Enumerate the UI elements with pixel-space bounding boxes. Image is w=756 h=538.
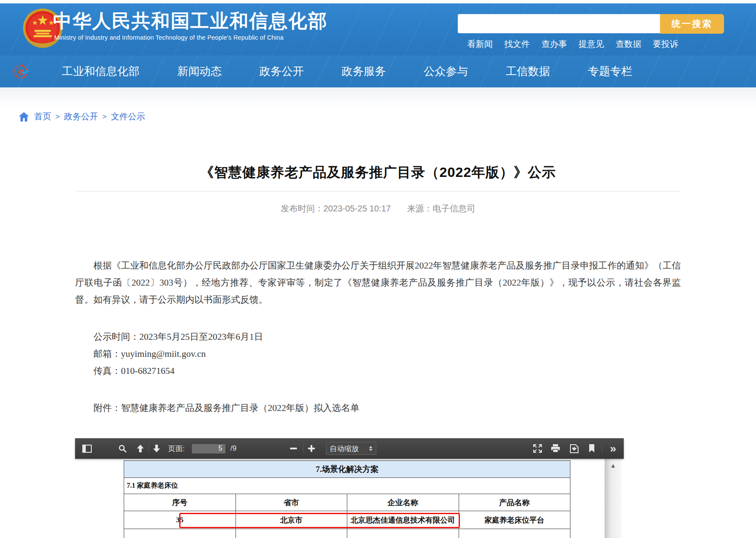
article-paragraph: 根据《工业和信息化部办公厅民政部办公厅国家卫生健康委办公厅关于组织开展2022年… — [75, 257, 681, 308]
source-value: 电子信息司 — [433, 204, 475, 213]
pdf-toolbar: 页面: /9 自动缩放 — [75, 438, 624, 459]
table-section-row: 7.场景化解决方案 — [124, 461, 570, 478]
breadcrumb-current[interactable]: 文件公示 — [111, 111, 145, 122]
zoom-mode-select[interactable]: 自动缩放 — [326, 442, 376, 455]
page-label: 页面: — [168, 438, 185, 459]
nav-item-special[interactable]: 专题专栏 — [588, 64, 632, 79]
quick-link-data[interactable]: 查数据 — [616, 38, 641, 50]
site-title: 中华人民共和国工业和信息化部 — [53, 9, 328, 34]
sidebar-toggle-icon[interactable] — [80, 438, 94, 459]
email-line: 邮箱：yuyiming@miit.gov.cn — [75, 345, 681, 362]
print-icon[interactable] — [549, 438, 562, 459]
publish-time-label: 发布时间： — [281, 204, 323, 213]
nav-item-data[interactable]: 工信数据 — [506, 64, 550, 79]
search-icon[interactable] — [116, 438, 129, 459]
red-highlight-annotation — [179, 513, 460, 528]
quick-link-suggest[interactable]: 提意见 — [579, 38, 604, 50]
site-title-en: Ministry of Industry and Information Tec… — [54, 34, 284, 41]
col-header-company: 企业名称 — [347, 494, 459, 511]
notice-period-line: 公示时间：2023年5月25日至2023年6月1日 — [75, 328, 681, 345]
toolbar-divider — [148, 444, 149, 453]
page-title: 《智慧健康养老产品及服务推广目录（2022年版）》公示 — [0, 163, 756, 182]
next-page-icon[interactable] — [150, 438, 163, 459]
toolbar-divider — [303, 444, 303, 453]
site-header: 中华人民共和国工业和信息化部 Ministry of Industry and … — [0, 3, 756, 55]
nav-item-miit[interactable]: 工业和信息化部 — [62, 64, 140, 79]
col-header-product: 产品名称 — [459, 494, 570, 511]
attachment-line: 附件：智慧健康养老产品及服务推广目录（2022年版）拟入选名单 — [75, 399, 681, 417]
article-body: 根据《工业和信息化部办公厅民政部办公厅国家卫生健康委办公厅关于组织开展2022年… — [75, 257, 681, 417]
download-icon[interactable] — [567, 438, 581, 459]
pdf-page: 7.场景化解决方案 7.1 家庭养老床位 序号 省市 企业名称 产品名称 35 … — [75, 459, 624, 538]
select-arrows-icon — [369, 446, 372, 451]
home-icon[interactable] — [19, 112, 29, 121]
miit-logo-icon: e — [12, 63, 30, 81]
quick-links: 看新闻 找文件 查办事 提意见 查数据 要投诉 — [467, 38, 678, 50]
breadcrumb-separator: > — [102, 113, 107, 121]
scroll-up-icon[interactable]: ▲ — [605, 462, 622, 469]
pdf-viewer: 页面: /9 自动缩放 — [75, 438, 624, 538]
search-input[interactable] — [458, 14, 660, 33]
page-root: 中华人民共和国工业和信息化部 Ministry of Industry and … — [0, 0, 756, 538]
zoom-out-icon[interactable] — [288, 438, 299, 459]
toolbar-more-icon[interactable]: » — [606, 438, 620, 459]
table-header-row: 序号 省市 企业名称 产品名称 — [124, 494, 570, 511]
presentation-mode-icon[interactable] — [531, 438, 544, 459]
svg-text:e: e — [18, 66, 24, 77]
col-header-no: 序号 — [124, 494, 236, 511]
breadcrumb-bar: 首页 > 政务公开 > 文件公示 — [0, 87, 756, 128]
page-number-input[interactable] — [191, 443, 226, 454]
table-row-partial — [124, 529, 570, 538]
quick-link-complaint[interactable]: 要投诉 — [653, 38, 678, 50]
source-label: 来源： — [407, 204, 433, 213]
main-nav: e 工业和信息化部 新闻动态 政务公开 政务服务 公众参与 工信数据 专题专栏 — [0, 55, 756, 87]
nav-item-news[interactable]: 新闻动态 — [177, 64, 222, 79]
nav-items: 工业和信息化部 新闻动态 政务公开 政务服务 公众参与 工信数据 专题专栏 — [62, 55, 632, 87]
table-subsection-title: 7.1 家庭养老床位 — [124, 478, 570, 494]
bookmark-icon[interactable] — [586, 438, 597, 459]
fax-line: 传真：010-68271654 — [75, 362, 681, 379]
breadcrumb-home[interactable]: 首页 — [34, 111, 51, 122]
zoom-in-icon[interactable] — [305, 438, 317, 459]
unified-search-button[interactable]: 统一搜索 — [660, 14, 724, 34]
page-total: /9 — [230, 438, 236, 459]
breadcrumb: 首页 > 政务公开 > 文件公示 — [19, 111, 145, 122]
publish-time: 2023-05-25 10:17 — [323, 204, 391, 213]
pdf-scrollbar[interactable]: ▲ — [605, 459, 622, 538]
nav-item-participation[interactable]: 公众参与 — [424, 64, 468, 79]
table-subsection-row: 7.1 家庭养老床位 — [124, 478, 570, 494]
toolbar-divider — [602, 444, 602, 453]
quick-link-news[interactable]: 看新闻 — [467, 38, 493, 50]
previous-page-icon[interactable] — [134, 438, 147, 459]
zoom-mode-value: 自动缩放 — [330, 444, 359, 454]
title-divider — [75, 191, 681, 191]
quick-link-services[interactable]: 查办事 — [541, 38, 567, 50]
col-header-province: 省市 — [236, 494, 347, 511]
quick-link-files[interactable]: 找文件 — [504, 38, 530, 50]
article-meta: 发布时间：2023-05-25 10:17来源：电子信息司 — [0, 203, 756, 214]
nav-item-gov-service[interactable]: 政务服务 — [342, 64, 386, 79]
cell-product: 家庭养老床位平台 — [459, 511, 570, 529]
breadcrumb-gov-open[interactable]: 政务公开 — [64, 111, 98, 122]
nav-item-gov-open[interactable]: 政务公开 — [259, 64, 304, 79]
breadcrumb-separator: > — [55, 113, 60, 121]
table-section-title: 7.场景化解决方案 — [124, 461, 570, 478]
